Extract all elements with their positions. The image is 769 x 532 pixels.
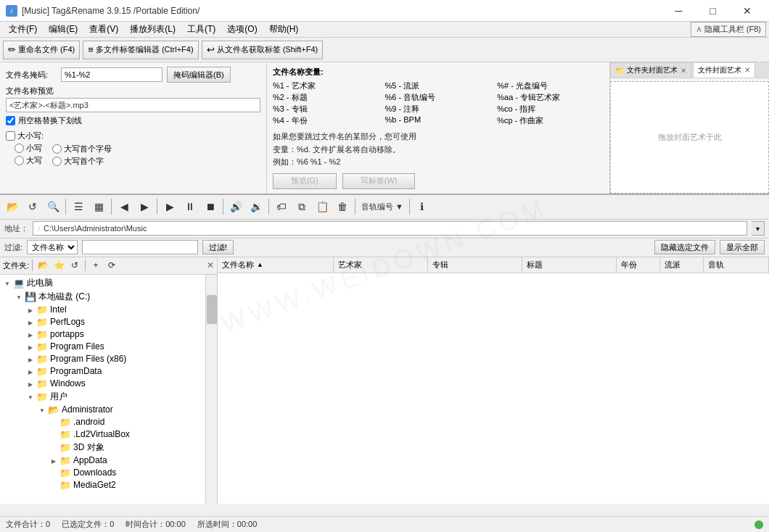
- col-title[interactable]: 标题: [522, 257, 617, 273]
- menu-edit[interactable]: 编辑(E): [43, 22, 83, 37]
- tree-item-3dobj[interactable]: 📁 3D 对象: [0, 441, 205, 454]
- open-folder-btn[interactable]: 📂: [3, 197, 22, 216]
- from-filename-button[interactable]: ↩ 从文件名获取标签 (Shift+F4): [202, 41, 324, 59]
- col-album[interactable]: 专辑: [428, 257, 522, 273]
- admin-toggle[interactable]: [36, 406, 48, 414]
- copy-btn[interactable]: ⧉: [292, 197, 311, 216]
- menu-file[interactable]: 文件(F): [3, 22, 43, 37]
- tree-close-btn[interactable]: ✕: [207, 260, 214, 270]
- tree-item-appdata[interactable]: 📁 AppData: [0, 454, 205, 467]
- col-artist[interactable]: 艺术家: [334, 257, 428, 273]
- tree-item-perflogs[interactable]: 📁 PerfLogs: [0, 316, 205, 328]
- filter-select[interactable]: 文件名称: [27, 240, 78, 254]
- writetag-button[interactable]: 写标签(W): [342, 173, 416, 189]
- hidden-toolbar-toggle[interactable]: ∧ 隐藏工具栏 (F8): [691, 22, 766, 37]
- tree-item-admin[interactable]: 📂 Administrator: [0, 404, 205, 416]
- col-track[interactable]: 音轨: [704, 257, 769, 273]
- tree-star-btn[interactable]: ⭐: [52, 258, 66, 273]
- menu-view[interactable]: 查看(V): [83, 22, 124, 37]
- case-firstchar-radio[interactable]: [52, 157, 62, 166]
- menu-options[interactable]: 选项(O): [221, 22, 263, 37]
- mask-editor-button[interactable]: 掩码编辑器(B): [167, 67, 231, 83]
- address-label: 地址：: [4, 223, 28, 234]
- file-cover-tab-close[interactable]: ✕: [744, 66, 750, 74]
- minimize-button[interactable]: ─: [662, 0, 695, 22]
- col-year[interactable]: 年份: [617, 257, 660, 273]
- tree-item-mediaget2[interactable]: 📁 MediaGet2: [0, 479, 205, 491]
- address-text[interactable]: C:\Users\Administrator\Music: [44, 224, 147, 233]
- tree-refresh2-btn[interactable]: ⟳: [104, 258, 119, 273]
- filter-input[interactable]: [82, 240, 198, 254]
- tree-open-btn[interactable]: 📂: [36, 258, 50, 273]
- menu-help[interactable]: 帮助(H): [263, 22, 305, 37]
- case-none-checkbox[interactable]: [6, 131, 15, 141]
- portapps-toggle[interactable]: [25, 331, 36, 338]
- tree-item-pc[interactable]: 💻 此电脑: [0, 276, 205, 290]
- stop-btn[interactable]: ⏹: [201, 197, 220, 216]
- menu-tools[interactable]: 工具(T): [181, 22, 221, 37]
- appdata-toggle[interactable]: [48, 457, 59, 465]
- tree-item-portapps[interactable]: 📁 portapps: [0, 328, 205, 341]
- address-dropdown[interactable]: ▾: [752, 221, 765, 236]
- next-btn[interactable]: ▶: [135, 197, 154, 216]
- folder-cover-tab-close[interactable]: ✕: [680, 67, 686, 75]
- rename-files-button[interactable]: ✏ 重命名文件 (F4): [3, 41, 80, 59]
- play-btn[interactable]: ▶: [160, 197, 179, 216]
- tag-btn[interactable]: 🏷: [272, 197, 291, 216]
- tree-item-progdata[interactable]: 📁 ProgramData: [0, 365, 205, 378]
- c-toggle[interactable]: [13, 293, 25, 301]
- tree-new-btn[interactable]: +: [89, 258, 103, 273]
- delete-btn[interactable]: 🗑: [333, 197, 352, 216]
- rename-panel: 文件名掩码: 掩码编辑器(B) 文件名称预览 <艺术家>-<标题>.mp3 用空…: [0, 62, 266, 194]
- pc-toggle[interactable]: [1, 279, 13, 287]
- intel-toggle[interactable]: [25, 306, 36, 314]
- pause-btn[interactable]: ⏸: [181, 197, 200, 216]
- tree-item-c[interactable]: 💾 本地磁盘 (C:): [0, 290, 205, 304]
- preview-button[interactable]: 预览(G): [273, 173, 337, 189]
- refresh-btn[interactable]: ↺: [23, 197, 42, 216]
- col-genre[interactable]: 流派: [660, 257, 704, 273]
- menu-playlist[interactable]: 播放列表(L): [124, 22, 181, 37]
- vol-up-btn[interactable]: 🔊: [226, 197, 245, 216]
- progfiles-toggle[interactable]: [25, 343, 36, 351]
- tree-item-intel[interactable]: 📁 Intel: [0, 304, 205, 316]
- detail-view-btn[interactable]: ▦: [89, 197, 108, 216]
- tree-item-users[interactable]: 📁 用户: [0, 390, 205, 404]
- close-button[interactable]: ✕: [731, 0, 763, 22]
- tab-folder-cover[interactable]: 📁 文件夹封面艺术 ✕: [610, 62, 691, 78]
- vol-down-btn[interactable]: 🔉: [247, 197, 266, 216]
- tree-refresh-btn[interactable]: ↺: [67, 258, 82, 273]
- case-upper-radio[interactable]: [15, 156, 24, 165]
- tab-file-cover[interactable]: 文件封面艺术 ✕: [693, 62, 755, 78]
- tree-item-ld2vb[interactable]: 📁 .Ld2VirtualBox: [0, 428, 205, 441]
- tree-item-android[interactable]: 📁 .android: [0, 416, 205, 428]
- android-label: .android: [73, 417, 104, 427]
- tree-item-windows[interactable]: 📁 Windows: [0, 378, 205, 390]
- case-firstword-radio[interactable]: [52, 144, 62, 154]
- info-button[interactable]: ℹ: [413, 197, 432, 216]
- prev-btn[interactable]: ◀: [115, 197, 133, 216]
- multitag-editor-button[interactable]: ≡ 多文件标签编辑器 (Ctrl+F4): [83, 41, 198, 59]
- paste-btn[interactable]: 📋: [313, 197, 332, 216]
- tree-item-progfiles[interactable]: 📁 Program Files: [0, 341, 205, 353]
- filter-apply-button[interactable]: 过滤!: [202, 240, 234, 254]
- show-all-button[interactable]: 显示全部: [720, 240, 765, 254]
- mask-input[interactable]: [61, 67, 163, 82]
- case-lower-radio[interactable]: [15, 144, 24, 153]
- search-btn[interactable]: 🔍: [44, 197, 62, 216]
- perflogs-toggle[interactable]: [25, 318, 36, 326]
- tree-item-downloads[interactable]: 📁 Downloads: [0, 467, 205, 479]
- hide-selected-button[interactable]: 隐藏选定文件: [654, 240, 715, 254]
- spaces-checkbox[interactable]: [6, 116, 15, 125]
- cover-drop-area[interactable]: 拖放封面艺术于此: [610, 81, 769, 194]
- windows-toggle[interactable]: [25, 380, 36, 388]
- users-toggle[interactable]: [25, 393, 36, 401]
- tree-item-progfilesx86[interactable]: 📁 Program Files (x86): [0, 353, 205, 365]
- progfilesx86-toggle[interactable]: [25, 355, 36, 363]
- tree-scrollbar-thumb[interactable]: [207, 295, 217, 324]
- progdata-toggle[interactable]: [25, 367, 36, 375]
- main-toolbar: ✏ 重命名文件 (F4) ≡ 多文件标签编辑器 (Ctrl+F4) ↩ 从文件名…: [0, 38, 769, 62]
- maximize-button[interactable]: □: [696, 0, 729, 22]
- list-view-btn[interactable]: ☰: [69, 197, 88, 216]
- col-filename[interactable]: 文件名称 ▲: [218, 257, 334, 273]
